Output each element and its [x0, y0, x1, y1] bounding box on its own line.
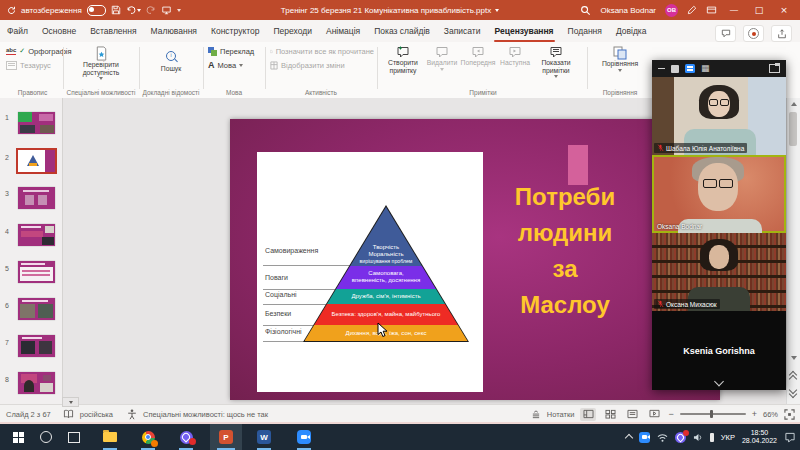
translate-button[interactable]: Переклад: [208, 45, 262, 57]
zoom-window-titlebar[interactable]: ▦: [652, 60, 786, 77]
new-comment-button[interactable]: Створити примітку: [381, 43, 425, 78]
save-icon[interactable]: [111, 5, 121, 15]
slideshow-button[interactable]: [646, 408, 662, 421]
accessibility-status[interactable]: Спеціальні можливості: щось не так: [143, 410, 268, 419]
reading-view-button[interactable]: [624, 408, 640, 421]
scroll-up-icon[interactable]: [791, 102, 797, 106]
customize-qat-icon[interactable]: [177, 9, 181, 12]
slide-title-textbox[interactable]: Потреби людини за Маслоу: [475, 179, 655, 323]
pyramid-image[interactable]: Самовираження Поваги Соціальні Безпеки Ф…: [257, 152, 483, 392]
undo-button[interactable]: [126, 5, 141, 15]
zoom-participant-tile[interactable]: Oksana Bodnar: [652, 155, 786, 233]
zoom-exit-minimized-icon[interactable]: [769, 64, 780, 73]
autosave-toggle[interactable]: [87, 5, 106, 16]
thesaurus-button[interactable]: Тезаурус: [6, 59, 61, 71]
keyboard-language[interactable]: УКР: [721, 433, 735, 442]
zoom-gallery-view-icon[interactable]: ▦: [701, 64, 710, 73]
next-slide-button[interactable]: [790, 387, 796, 397]
scroll-down-icon[interactable]: [791, 356, 797, 360]
task-view-button[interactable]: [60, 424, 88, 450]
file-explorer-icon[interactable]: [96, 424, 124, 450]
wifi-icon[interactable]: [657, 433, 668, 442]
slide-thumbnail-7[interactable]: [18, 335, 55, 357]
zoom-out-button[interactable]: −: [668, 409, 673, 419]
tab-file[interactable]: Файл: [0, 20, 35, 42]
delete-comment-button[interactable]: Видалити: [425, 43, 459, 78]
action-center-icon[interactable]: [784, 432, 796, 443]
notes-toggle[interactable]: Нотатки: [547, 410, 575, 419]
viber-tray-icon[interactable]: [675, 432, 686, 443]
zoom-active-view-icon[interactable]: [685, 64, 695, 73]
editor-scrollbar[interactable]: [786, 98, 800, 404]
spelling-button[interactable]: abc ✓ Орфографія: [6, 45, 61, 57]
zoom-slider-knob[interactable]: [710, 410, 713, 418]
language-status[interactable]: російська: [80, 410, 113, 419]
search-icon[interactable]: [580, 5, 591, 16]
proofing-book-icon[interactable]: [63, 409, 74, 419]
redo-icon[interactable]: [146, 5, 156, 15]
slide-thumbnail-5[interactable]: [18, 261, 55, 283]
start-button[interactable]: [4, 424, 32, 450]
clock[interactable]: 18:50 28.04.2022: [742, 429, 777, 445]
close-button[interactable]: ×: [776, 0, 792, 20]
zoom-slider[interactable]: [680, 413, 746, 415]
speaker-icon[interactable]: [693, 433, 703, 442]
viber-icon[interactable]: [172, 424, 200, 450]
start-presentation-icon[interactable]: [161, 5, 172, 15]
tab-slideshow[interactable]: Показ слайдів: [367, 20, 437, 42]
slide-thumbnail-3[interactable]: [18, 187, 55, 209]
tab-view[interactable]: Подання: [561, 20, 609, 42]
zoom-tray-icon[interactable]: [639, 432, 650, 443]
check-accessibility-button[interactable]: Перевірити доступність: [66, 43, 136, 80]
account-avatar[interactable]: OB: [665, 4, 678, 17]
cortana-button[interactable]: [32, 424, 60, 450]
previous-comment-button[interactable]: Попередня: [459, 43, 497, 78]
maximize-button[interactable]: □: [751, 0, 767, 20]
scrollbar-thumb[interactable]: [789, 112, 797, 146]
slide-sorter-view-button[interactable]: [602, 408, 618, 421]
next-comment-button[interactable]: Наступна: [497, 43, 533, 78]
document-title[interactable]: Тренінг 25 березня 21 Комунікативна прив…: [230, 0, 550, 20]
search-smart-button[interactable]: i Пошук: [142, 45, 200, 73]
chevron-down-icon[interactable]: [714, 377, 724, 387]
zoom-minimize-icon[interactable]: [658, 68, 665, 70]
zoom-participant-tile[interactable]: Шабала Юлія Анатоліївна: [652, 77, 786, 155]
tab-transitions[interactable]: Переходи: [266, 20, 319, 42]
record-button[interactable]: [743, 25, 764, 42]
device-icon[interactable]: [710, 433, 714, 442]
comments-button[interactable]: [715, 25, 736, 42]
tab-help[interactable]: Довідка: [609, 20, 654, 42]
tab-animations[interactable]: Анімація: [319, 20, 367, 42]
accessibility-icon[interactable]: [127, 409, 137, 420]
tab-record[interactable]: Записати: [437, 20, 488, 42]
slide-counter[interactable]: Слайд 2 з 67: [6, 410, 51, 419]
mark-all-read-button[interactable]: Позначити все як прочитане: [270, 45, 374, 57]
word-taskbar-icon[interactable]: W: [250, 424, 278, 450]
slide-canvas[interactable]: Потреби людини за Маслоу Самовираження П…: [230, 119, 720, 400]
hidden-icons-chevron[interactable]: [625, 434, 633, 442]
chrome-icon[interactable]: [134, 424, 162, 450]
ribbon-display-options-icon[interactable]: [706, 5, 717, 15]
tab-review[interactable]: Рецензування: [488, 20, 561, 42]
account-name[interactable]: Oksana Bodnar: [600, 6, 656, 15]
show-changes-button[interactable]: Відобразити зміни: [270, 59, 374, 71]
tab-home[interactable]: Основне: [35, 20, 83, 42]
tab-insert[interactable]: Вставлення: [83, 20, 143, 42]
slide-thumbnail-8[interactable]: [18, 372, 55, 394]
slide-thumbnail-1[interactable]: [18, 112, 55, 134]
tab-draw[interactable]: Малювання: [144, 20, 204, 42]
thumbnail-pane-collapse-button[interactable]: [62, 397, 79, 407]
slide-thumbnail-6[interactable]: [18, 298, 55, 320]
tab-design[interactable]: Конструктор: [204, 20, 266, 42]
slide-thumbnail-2[interactable]: [18, 150, 55, 172]
slide-thumbnail-4[interactable]: [18, 224, 55, 246]
zoom-speaker-view-icon[interactable]: [671, 65, 679, 73]
fit-slide-icon[interactable]: [784, 409, 795, 420]
powerpoint-taskbar-icon[interactable]: P: [210, 424, 242, 450]
minimize-button[interactable]: —: [726, 0, 742, 20]
notes-icon[interactable]: [531, 410, 541, 419]
zoom-taskbar-icon[interactable]: [290, 424, 318, 450]
zoom-level[interactable]: 66%: [763, 410, 778, 419]
zoom-participant-tile[interactable]: Ksenia Gorishna: [652, 311, 786, 390]
compare-button[interactable]: Порівняння: [591, 43, 649, 72]
